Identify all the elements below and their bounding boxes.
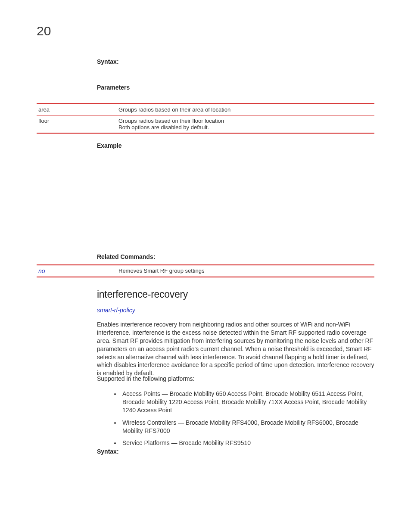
param-desc: Groups radios based on their floor locat… (118, 115, 374, 134)
table-row: area Groups radios based on their area o… (37, 104, 374, 115)
list-item: Service Platforms — Brocade Mobility RFS… (121, 439, 374, 447)
related-desc: Removes Smart RF group settings (118, 265, 374, 277)
example-label: Example (97, 142, 122, 149)
related-commands-table: no Removes Smart RF group settings (37, 264, 374, 277)
param-desc-line: Both options are disabled by default. (118, 124, 374, 131)
supported-label: Supported in the following platforms: (97, 375, 374, 383)
list-item: Wireless Controllers — Brocade Mobility … (121, 419, 374, 435)
section-title: interference-recovery (97, 289, 374, 300)
list-item: Access Points — Brocade Mobility 650 Acc… (121, 390, 374, 414)
no-command-link[interactable]: no (38, 268, 45, 274)
parameters-label: Parameters (97, 84, 130, 91)
related-key: no (37, 265, 118, 277)
param-desc-line: Groups radios based on their floor locat… (118, 118, 374, 124)
table-row: floor Groups radios based on their floor… (37, 115, 374, 134)
syntax-label: Syntax: (97, 448, 119, 455)
param-key: area (37, 104, 118, 115)
syntax-label: Syntax: (97, 58, 119, 65)
page-number: 20 (37, 24, 51, 38)
table-row: no Removes Smart RF group settings (37, 265, 374, 277)
parameters-table: area Groups radios based on their area o… (37, 103, 374, 134)
description-text: Enables interference recovery from neigh… (97, 320, 374, 377)
related-commands-label: Related Commands: (97, 253, 155, 260)
smart-rf-policy-link[interactable]: smart-rf-policy (97, 307, 135, 314)
param-desc: Groups radios based on their area of loc… (118, 104, 374, 115)
param-key: floor (37, 115, 118, 134)
platforms-list: Access Points — Brocade Mobility 650 Acc… (121, 390, 374, 447)
